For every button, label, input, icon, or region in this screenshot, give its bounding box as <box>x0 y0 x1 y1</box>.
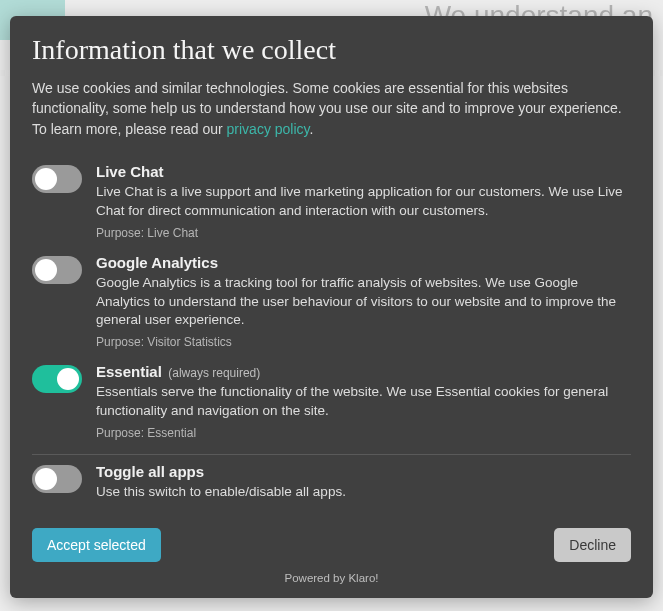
consent-item-google-analytics: Google Analytics Google Analytics is a t… <box>32 248 631 358</box>
toggle-knob <box>35 468 57 490</box>
consent-item-essential: Essential (always required) Essentials s… <box>32 357 631 448</box>
modal-title: Information that we collect <box>32 34 631 66</box>
consent-item-purpose: Purpose: Visitor Statistics <box>96 335 631 349</box>
consent-item-body: Live Chat Live Chat is a live support an… <box>96 163 631 240</box>
consent-item-title: Essential (always required) <box>96 363 631 380</box>
consent-item-livechat: Live Chat Live Chat is a live support an… <box>32 157 631 248</box>
consent-item-desc: Live Chat is a live support and live mar… <box>96 183 631 221</box>
modal-footer: Accept selected Decline <box>32 528 631 562</box>
separator <box>32 454 631 455</box>
cookie-consent-modal: Information that we collect We use cooki… <box>10 16 653 598</box>
consent-item-required: (always required) <box>165 366 260 380</box>
consent-item-title-text: Toggle all apps <box>96 463 204 480</box>
consent-item-title: Live Chat <box>96 163 631 180</box>
modal-intro-text: We use cookies and similar technologies.… <box>32 80 622 137</box>
toggle-knob <box>35 259 57 281</box>
consent-item-title: Google Analytics <box>96 254 631 271</box>
consent-item-title-text: Essential <box>96 363 162 380</box>
consent-item-title-text: Live Chat <box>96 163 164 180</box>
toggle-google-analytics[interactable] <box>32 256 82 284</box>
consent-item-purpose: Purpose: Essential <box>96 426 631 440</box>
consent-item-body: Toggle all apps Use this switch to enabl… <box>96 463 631 502</box>
toggle-knob <box>35 168 57 190</box>
powered-by: Powered by Klaro! <box>32 572 631 584</box>
accept-selected-button[interactable]: Accept selected <box>32 528 161 562</box>
modal-intro-suffix: . <box>310 121 314 137</box>
consent-item-body: Google Analytics Google Analytics is a t… <box>96 254 631 350</box>
modal-intro: We use cookies and similar technologies.… <box>32 78 631 139</box>
consent-item-title: Toggle all apps <box>96 463 631 480</box>
consent-item-title-text: Google Analytics <box>96 254 218 271</box>
toggle-essential <box>32 365 82 393</box>
consent-item-desc: Google Analytics is a tracking tool for … <box>96 274 631 331</box>
decline-button[interactable]: Decline <box>554 528 631 562</box>
consent-item-toggle-all: Toggle all apps Use this switch to enabl… <box>32 457 631 510</box>
consent-item-desc: Use this switch to enable/disable all ap… <box>96 483 631 502</box>
toggle-livechat[interactable] <box>32 165 82 193</box>
toggle-all-apps[interactable] <box>32 465 82 493</box>
consent-item-desc: Essentials serve the functionality of th… <box>96 383 631 421</box>
consent-item-body: Essential (always required) Essentials s… <box>96 363 631 440</box>
privacy-policy-link[interactable]: privacy policy <box>227 121 310 137</box>
toggle-knob <box>57 368 79 390</box>
consent-item-purpose: Purpose: Live Chat <box>96 226 631 240</box>
